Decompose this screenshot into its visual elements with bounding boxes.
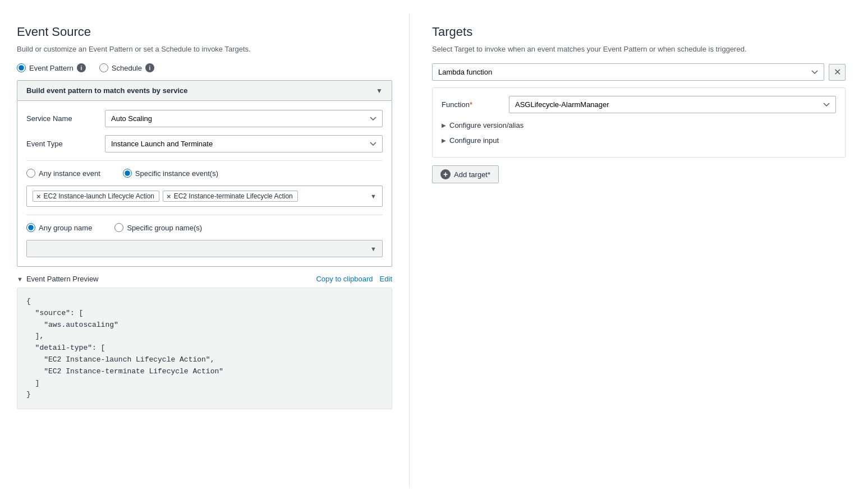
schedule-radio[interactable] [99, 63, 108, 72]
any-instance-text: Any instance event [39, 169, 100, 178]
targets-title: Targets [432, 25, 846, 39]
event-type-row: Event Type Instance Launch and Terminate [26, 135, 383, 152]
schedule-radio-label[interactable]: Schedule i [99, 63, 154, 72]
event-pattern-label: Event Pattern [29, 64, 74, 72]
configure-input-label: Configure input [449, 136, 499, 145]
specific-instance-label[interactable]: Specific instance event(s) [123, 169, 218, 178]
schedule-info-icon[interactable]: i [145, 63, 154, 72]
copy-to-clipboard-button[interactable]: Copy to clipboard [316, 275, 373, 283]
group-name-select[interactable]: ▼ [26, 240, 383, 257]
preview-chevron-icon: ▼ [17, 276, 23, 283]
preview-header: ▼ Event Pattern Preview Copy to clipboar… [17, 275, 392, 283]
any-group-label[interactable]: Any group name [26, 223, 92, 232]
any-group-radio[interactable] [26, 223, 35, 232]
chip-terminate-label: EC2 Instance-terminate Lifecycle Action [174, 192, 293, 200]
build-pattern-label: Build event pattern to match events by s… [26, 86, 188, 95]
build-pattern-body: Service Name Auto Scaling Event Type Ins… [17, 101, 392, 267]
function-label: Function* [442, 100, 509, 109]
instance-event-radio-group: Any instance event Specific instance eve… [26, 169, 383, 178]
chip-terminate-remove[interactable]: × [167, 193, 171, 200]
target-function-row: Function* ASGLifecycle-AlarmManager [442, 96, 836, 113]
edit-button[interactable]: Edit [380, 275, 392, 283]
preview-section: ▼ Event Pattern Preview Copy to clipboar… [17, 275, 392, 409]
target-type-select[interactable]: Lambda function [432, 63, 824, 81]
remove-target-icon: ✕ [834, 67, 841, 77]
chip-launch: × EC2 Instance-launch Lifecycle Action [33, 191, 159, 202]
any-instance-radio[interactable] [26, 169, 35, 178]
service-name-label: Service Name [26, 114, 105, 123]
required-star: * [470, 100, 472, 109]
specific-group-label[interactable]: Specific group name(s) [114, 223, 202, 232]
add-target-plus-icon: + [440, 169, 451, 179]
service-name-row: Service Name Auto Scaling [26, 110, 383, 127]
configure-version-triangle-icon: ▶ [442, 122, 446, 128]
build-pattern-header[interactable]: Build event pattern to match events by s… [17, 80, 392, 101]
event-source-description: Build or customize an Event Pattern or s… [17, 45, 392, 53]
group-select-chevron-icon: ▼ [370, 246, 376, 252]
event-pattern-radio-label[interactable]: Event Pattern i [17, 63, 86, 72]
form-divider-1 [26, 160, 383, 161]
configure-version-label: Configure version/alias [449, 121, 523, 129]
target-type-row: Lambda function ✕ [432, 63, 846, 81]
preview-title-group: ▼ Event Pattern Preview [17, 275, 99, 283]
any-instance-label[interactable]: Any instance event [26, 169, 100, 178]
source-type-radio-group: Event Pattern i Schedule i [17, 63, 392, 72]
remove-target-button[interactable]: ✕ [829, 64, 846, 81]
preview-code-block: { "source": [ "aws.autoscaling" ], "deta… [17, 288, 392, 409]
specific-instance-text: Specific instance event(s) [135, 169, 218, 178]
event-source-title: Event Source [17, 25, 392, 39]
specific-group-text: Specific group name(s) [127, 224, 202, 232]
specific-group-radio[interactable] [114, 223, 123, 232]
event-pattern-info-icon[interactable]: i [77, 63, 86, 72]
preview-title-text: Event Pattern Preview [26, 275, 99, 283]
service-name-select[interactable]: Auto Scaling [105, 110, 383, 127]
chip-launch-remove[interactable]: × [36, 193, 41, 200]
configure-input-link[interactable]: ▶ Configure input [442, 134, 836, 147]
any-group-text: Any group name [39, 224, 92, 232]
schedule-label: Schedule [112, 64, 142, 72]
right-panel: Targets Select Target to invoke when an … [410, 13, 868, 487]
event-pattern-radio[interactable] [17, 63, 26, 72]
instance-event-multiselect[interactable]: × EC2 Instance-launch Lifecycle Action ×… [26, 186, 383, 207]
preview-actions: Copy to clipboard Edit [316, 275, 392, 283]
add-target-label: Add target* [454, 170, 490, 179]
event-type-select[interactable]: Instance Launch and Terminate [105, 135, 383, 152]
chip-launch-label: EC2 Instance-launch Lifecycle Action [44, 192, 154, 200]
build-pattern-chevron-icon: ▼ [376, 87, 383, 95]
configure-version-link[interactable]: ▶ Configure version/alias [442, 119, 836, 132]
targets-description: Select Target to invoke when an event ma… [432, 45, 769, 53]
specific-instance-radio[interactable] [123, 169, 132, 178]
chip-terminate: × EC2 Instance-terminate Lifecycle Actio… [163, 191, 298, 202]
target-body: Function* ASGLifecycle-AlarmManager ▶ Co… [432, 87, 846, 158]
left-panel: Event Source Build or customize an Event… [0, 13, 410, 487]
group-name-radio-group: Any group name Specific group name(s) [26, 223, 383, 232]
add-target-button[interactable]: + Add target* [432, 165, 499, 183]
multiselect-chevron-icon: ▼ [370, 193, 376, 200]
function-select[interactable]: ASGLifecycle-AlarmManager [509, 96, 836, 113]
configure-input-triangle-icon: ▶ [442, 137, 446, 143]
form-divider-2 [26, 215, 383, 215]
event-type-label: Event Type [26, 140, 105, 148]
